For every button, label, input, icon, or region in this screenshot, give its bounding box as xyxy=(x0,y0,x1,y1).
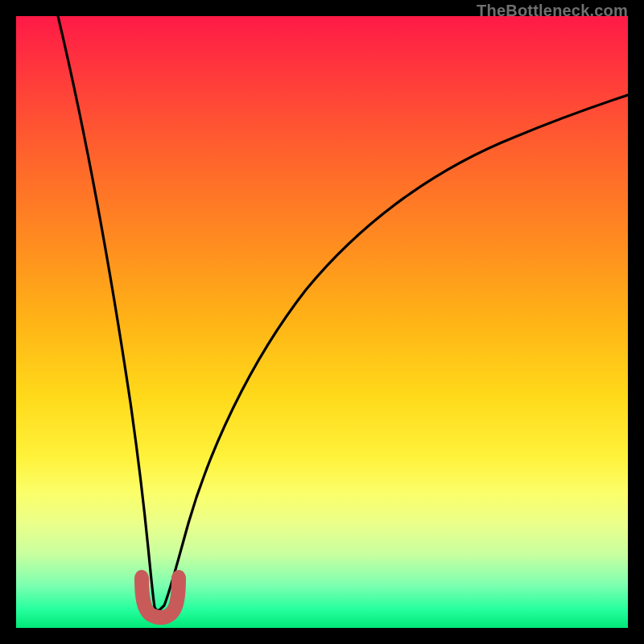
chart-gradient-background xyxy=(16,16,628,628)
chart-frame: TheBottleneck.com xyxy=(16,16,628,628)
